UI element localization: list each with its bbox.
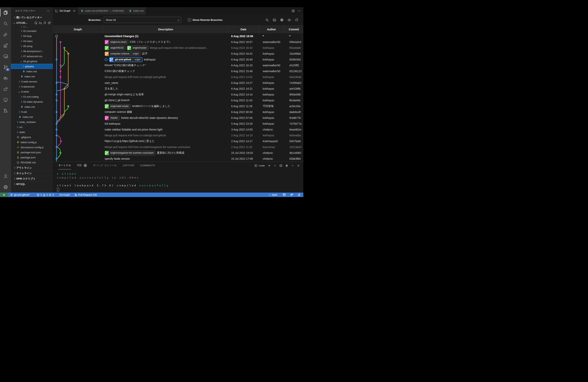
column-header-graph[interactable]: Graph (53, 25, 103, 33)
tree-item-04-class[interactable]: 04-class (11, 39, 53, 43)
commit-row-5457fa48[interactable]: https://.co.jpをhttps://github.comに変えた2 A… (53, 138, 303, 144)
collapse-folders-icon[interactable] (48, 21, 51, 24)
tree-item-docusaurus-config-js[interactable]: JSdocusaurus.config.js (11, 145, 53, 150)
commit-row-03138123[interactable]: CSSの節の画像チェック6 Aug 2022 15:48waterwalker5… (53, 68, 303, 74)
commit-row-f8cda40e[interactable]: git cloneとgit branch6 Aug 2022 11:43kokh… (53, 97, 303, 103)
git-graph-status-item[interactable]: Git Graph (58, 192, 71, 197)
column-header-author[interactable]: Author (259, 25, 284, 33)
branch-badge[interactable]: origin/css-test1 (105, 40, 128, 44)
remote-indicator[interactable] (0, 192, 8, 197)
refresh-icon[interactable] (295, 18, 298, 21)
commit-row-10223ae3[interactable]: Merge pull request #33 from ut-code/reor… (53, 144, 303, 150)
tree-item--gitignore[interactable]: .gitignore (11, 135, 53, 140)
commit-row-5a0c9b4b[interactable]: Merge pull request #35 from ut-code/git-… (53, 74, 303, 80)
gear-icon[interactable] (280, 18, 284, 21)
tab-index-md-003fe35d-003fe35d-[interactable]: index.md (003fe35d^ ↔ 003fe35d) (78, 7, 126, 14)
tree-item-index-md[interactable]: index.md (11, 114, 53, 119)
commit-row-e51f3ff2[interactable]: Revert "CSSの節の画像チェック"6 Aug 2022 16:10wat… (53, 63, 303, 68)
terminal-tab-comments[interactable]: COMMENTS (140, 162, 155, 170)
tree-item-01-not-coding[interactable]: 01-not-coding (11, 94, 53, 99)
assistant-status-item[interactable] (281, 192, 287, 197)
commit-row-62bb3fb0[interactable]: specify Node version23 Jul 2022 17:09che… (53, 156, 303, 162)
commit-row-55b4a3c0[interactable]: origin/css-test1CSS（フレックスボックスまで）6 Aug 20… (53, 39, 303, 45)
activity-docker[interactable] (0, 73, 11, 84)
activity-extensions[interactable] (0, 40, 11, 51)
commit-row-a4c538fb[interactable]: 文を直した6 Aug 2022 14:21kokhayasa4c538fb (53, 86, 303, 92)
scrollbar[interactable] (301, 33, 303, 162)
tree-item-8-other[interactable]: 8-other (11, 89, 53, 94)
terminal-tab--[interactable]: 問題8 (77, 162, 87, 170)
commit-row-6eae8d1e[interactable]: make sidebar foldable and set prism them… (53, 127, 303, 132)
search-icon[interactable] (265, 18, 269, 21)
tree-item-02-static-dynamic[interactable]: 02-static-dynamic (11, 99, 53, 104)
activity-settings[interactable] (0, 182, 11, 192)
fetch-cloud-icon[interactable] (288, 18, 291, 21)
commit-row-4b1c6862[interactable]: origin/reorganize-for-summer-curriculum夏… (53, 150, 303, 156)
split-editor-icon[interactable] (292, 9, 295, 12)
tree-item-static[interactable]: static (11, 129, 53, 135)
shell-icon[interactable] (254, 164, 257, 167)
branch-badge[interactable]: master (105, 116, 119, 120)
commit-row-640eabbc[interactable]: Merge pull request #34 from ut-code/git-… (53, 132, 303, 138)
commit-row-7e306ab2[interactable]: user_name6 Aug 2022 14:27kokhayas7e306ab… (53, 80, 303, 86)
workspace-section[interactable]: UTCOD... (11, 20, 53, 25)
terminal-tab--[interactable]: デバッグ コンソール (93, 162, 117, 170)
tree-item-src[interactable]: src (11, 125, 53, 129)
new-folder-icon[interactable] (39, 21, 42, 24)
notifications-status-item[interactable] (296, 192, 302, 197)
show-remote-branches-checkbox[interactable]: ✓ (188, 18, 191, 21)
tree-item-05-array[interactable]: 05-array (11, 43, 53, 49)
column-header-description[interactable]: Description (103, 25, 228, 33)
close-panel-icon[interactable] (297, 164, 300, 167)
sidebar-section-タイムライン[interactable]: タイムライン (11, 170, 53, 176)
sidebar-section-アウトライン[interactable]: アウトライン (11, 165, 53, 170)
commit-row-dadebcdf[interactable]: computer science 俯瞰6 Aug 2022 08:30kokha… (53, 109, 303, 115)
activity-source-control[interactable]: 1 (0, 62, 11, 73)
branch-badge[interactable]: origin/reorganize-for-summer-curriculum (105, 151, 155, 155)
commit-row-7475677a[interactable]: Git kokhayas5 Aug 2022 23:29kokhayas7475… (53, 121, 303, 127)
feedback-status-item[interactable] (289, 192, 294, 197)
sidebar-section-MYSQL[interactable]: MYSQL (11, 181, 53, 187)
tree-item-index-md[interactable]: index.md (11, 104, 53, 109)
tree-item-3-web-servers[interactable]: 3-web-servers (11, 79, 53, 84)
pull-request-status-item[interactable]: Pull Request #34 (73, 192, 98, 197)
new-terminal-icon[interactable] (268, 164, 271, 167)
more-actions-icon[interactable] (47, 9, 50, 12)
branch-badge[interactable]: origin/HEAD (105, 46, 126, 50)
problems-status-item[interactable]: 0 0 8 (35, 192, 55, 197)
activity-search[interactable] (0, 18, 11, 29)
tree-item-pictures[interactable]: pictures (11, 64, 53, 69)
branch-badge[interactable]: origin/add-render (105, 104, 130, 108)
activity-live-share[interactable] (0, 84, 11, 94)
commit-row-1fa348bd[interactable]: computer-scienceorigin誤字6 Aug 2022 16:42… (53, 51, 303, 57)
branch-badge[interactable]: origin/master (127, 46, 148, 50)
split-terminal-icon[interactable] (279, 164, 282, 167)
terminal-profiles-icon[interactable] (273, 164, 276, 167)
commit-row-acf4c20a[interactable]: origin/add-renderrenderのページを編集しました6 Aug … (53, 103, 303, 109)
tree-item-package-json[interactable]: {}package.json (11, 155, 53, 160)
commit-row-003fe35d[interactable]: git-and-githuboriginkokhayas6 Aug 2022 1… (53, 57, 303, 63)
tree-item-9-old[interactable]: 9-old (11, 109, 53, 114)
branch-status-item[interactable]: git-and-github* (8, 192, 31, 197)
tree-item-01-[interactable]: 01-... (11, 25, 53, 28)
commit-row-f03a4da6[interactable]: origin/HEADorigin/masterMerge pull reque… (53, 45, 303, 51)
tree-item-06-anonymous-f-[interactable]: 06-anonymous-f... (11, 49, 53, 54)
tree-item-03-loop[interactable]: 03-loop (11, 33, 53, 39)
activity-explorer[interactable] (0, 7, 11, 18)
tree-item-package-lock-json[interactable]: {}package-lock.json (11, 150, 53, 155)
tree-item-babel-config-js[interactable]: Bbabel.config.js (11, 140, 53, 145)
commit-row-9f40e996[interactable]: git merge origin mainなどを加筆6 Aug 2022 14:… (53, 92, 303, 97)
sidebar-section-NPM スクリプト[interactable]: NPM スクリプト (11, 176, 53, 181)
tree-item-02-constant[interactable]: 02-constant (11, 28, 53, 33)
terminal-output[interactable]: ✔ Client Compiled successfully in 202.08… (53, 169, 303, 191)
open-editors-section[interactable]: 開いているエディター (11, 15, 53, 20)
activity-pull-requests[interactable] (0, 105, 11, 116)
terminal-tab--[interactable]: ターミナル (58, 162, 71, 170)
terminal-tab-jupyter[interactable]: JUPYTER (123, 162, 134, 170)
spell-status-item[interactable]: ✓ Spell (267, 192, 278, 197)
branch-badge[interactable]: git-and-githuborigin (109, 57, 143, 62)
activity-github[interactable] (0, 94, 11, 105)
tab-git-graph[interactable]: Git Graph (53, 7, 78, 14)
tree-item-07-advanced-css[interactable]: 07-advanced-css (11, 54, 53, 59)
commit-row-*[interactable]: Uncommitted Changes (1)6 Aug 2022 18:06*… (53, 33, 303, 39)
